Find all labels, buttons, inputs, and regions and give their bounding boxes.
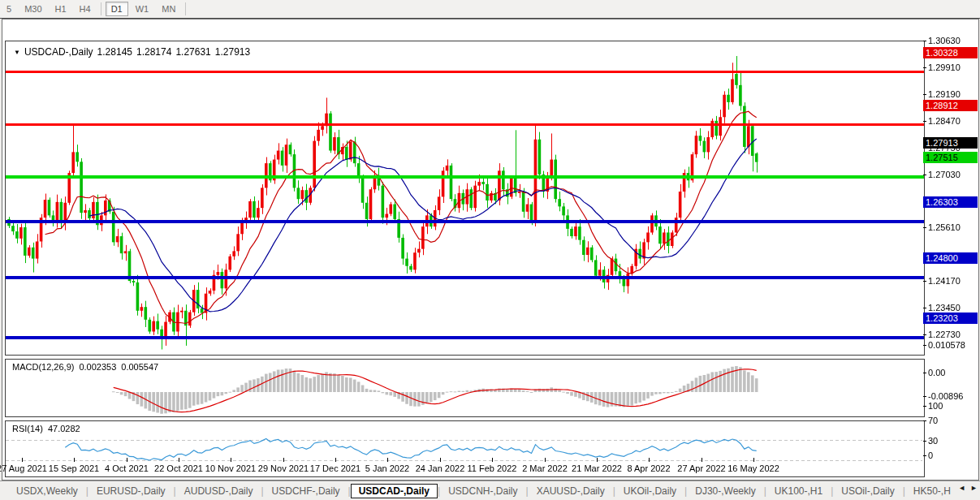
- ohlc-close: 1.27913: [215, 46, 250, 58]
- tab-usdcad-daily[interactable]: USDCAD-,Daily: [351, 484, 438, 498]
- symbol-dropdown-icon[interactable]: ▼: [14, 49, 20, 56]
- tab-audusd-daily[interactable]: AUDUSD-,Daily: [176, 484, 261, 498]
- macd-value-main: 0.002353: [79, 362, 116, 372]
- macd-label: MACD(12,26,9) 0.002353 0.005547: [12, 362, 158, 372]
- ohlc-open: 1.28145: [97, 46, 132, 58]
- tab-usdcnh-daily[interactable]: USDCNH-,Daily: [440, 484, 525, 498]
- tab-usdchf-daily[interactable]: USDCHF-,Daily: [264, 484, 348, 498]
- timeframe-button-h4[interactable]: H4: [74, 2, 97, 16]
- tab-eurusd-daily[interactable]: EURUSD-,Daily: [89, 484, 174, 498]
- tab-scroll-right-icon[interactable]: ►: [970, 484, 978, 492]
- toolbar-separator: [185, 2, 186, 15]
- ohlc-low: 1.27631: [175, 46, 210, 58]
- rsi-value: 47.0282: [48, 424, 80, 433]
- tab-uk100-h1[interactable]: UK100-,H1: [766, 484, 831, 498]
- toolbar-separator: [101, 2, 101, 15]
- timeframe-button-d1[interactable]: D1: [106, 2, 128, 16]
- main-chart-canvas[interactable]: [6, 41, 924, 355]
- chart-title: ▼ USDCAD-,Daily 1.28145 1.28174 1.27631 …: [14, 46, 250, 58]
- rsi-name: RSI(14): [12, 424, 43, 433]
- tab-scroll-buttons: ◄ ►: [955, 484, 978, 492]
- timeframe-toolbar: 5M30H1H4D1W1MN: [0, 0, 980, 19]
- timeframe-button-m30[interactable]: M30: [19, 2, 47, 16]
- chart-window: ▼ USDCAD-,Daily 1.28145 1.28174 1.27631 …: [2, 19, 979, 481]
- tab-ukoil-daily[interactable]: UKOil-,Daily: [615, 484, 684, 498]
- rsi-label: RSI(14) 47.0282: [12, 424, 80, 433]
- symbol-tab-bar: USDX,Weekly|EURUSD-,Daily|AUDUSD-,Daily|…: [0, 481, 980, 500]
- tab-scroll-left-icon[interactable]: ◄: [958, 484, 965, 492]
- rsi-canvas[interactable]: [6, 421, 922, 475]
- timeframe-button-w1[interactable]: W1: [130, 2, 155, 16]
- macd-pane[interactable]: MACD(12,26,9) 0.002353 0.005547: [5, 359, 925, 417]
- timeframe-button-h1[interactable]: H1: [50, 2, 72, 16]
- tab-usoil-daily[interactable]: USOil-,Daily: [833, 484, 902, 498]
- price-chart-pane[interactable]: ▼ USDCAD-,Daily 1.28145 1.28174 1.27631 …: [5, 41, 925, 356]
- macd-name: MACD(12,26,9): [12, 362, 74, 372]
- rsi-pane[interactable]: RSI(14) 47.0282: [5, 420, 925, 477]
- ohlc-high: 1.28174: [136, 46, 171, 58]
- timeframe-button-5[interactable]: 5: [1, 2, 17, 16]
- tab-xauusd-daily[interactable]: XAUUSD-,Daily: [529, 484, 613, 498]
- tab-usdx-weekly[interactable]: USDX,Weekly: [8, 484, 86, 498]
- tab-hk50-h[interactable]: HK50-,H: [905, 484, 959, 498]
- macd-value-signal: 0.005547: [121, 362, 158, 372]
- tab-dj30-weekly[interactable]: DJ30-,Weekly: [687, 484, 763, 498]
- chart-symbol-label: USDCAD-,Daily: [24, 46, 93, 58]
- timeframe-button-mn[interactable]: MN: [156, 2, 181, 16]
